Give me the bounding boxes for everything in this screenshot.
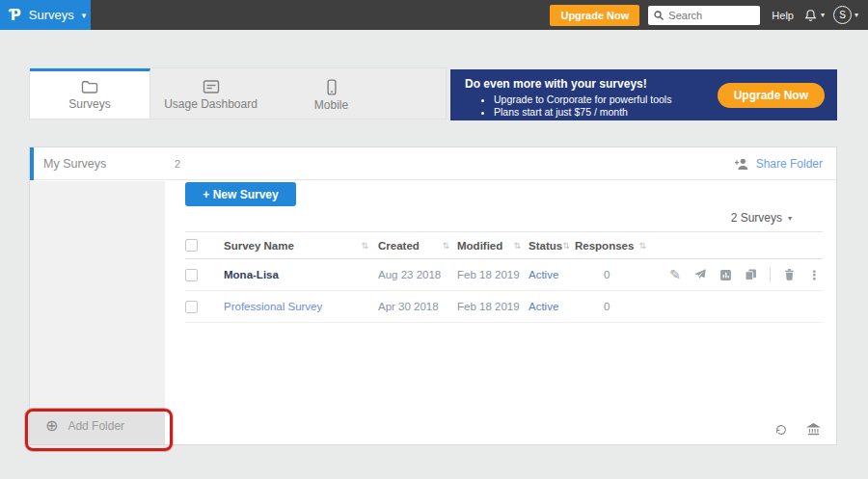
banner-upgrade-button[interactable]: Upgrade Now	[718, 83, 825, 108]
notifications-menu[interactable]: ▾	[803, 8, 825, 23]
created-date: Apr 30 2018	[378, 301, 439, 312]
folder-icon	[81, 79, 98, 94]
chevron-down-icon: ▾	[788, 214, 792, 223]
restore-icon[interactable]	[773, 423, 789, 437]
sidebar-item-my-surveys[interactable]: My Surveys	[43, 147, 106, 180]
select-all-checkbox[interactable]	[185, 239, 198, 252]
trash-icon-svg	[783, 268, 796, 281]
account-menu[interactable]: S ▾	[833, 6, 858, 24]
dashboard-icon	[203, 79, 220, 94]
surveys-content: + New Survey 2 Surveys ▾ Survey Name ⇅ C…	[165, 181, 836, 444]
table-header-row: Survey Name ⇅ Created ⇅ Modified ⇅ Statu…	[185, 231, 823, 259]
top-bar: Ƥ Surveys ▾ Upgrade Now Help ▾ S ▾	[0, 0, 868, 30]
send-icon[interactable]	[693, 268, 707, 281]
sort-icon[interactable]: ⇅	[562, 241, 570, 251]
modified-date: Feb 18 2019	[457, 269, 520, 280]
tab-usage-dashboard[interactable]: Usage Dashboard	[150, 68, 271, 119]
sort-icon[interactable]: ⇅	[361, 241, 368, 251]
bank-icon-svg	[806, 422, 821, 437]
survey-name-link[interactable]: Professional Survey	[224, 301, 322, 312]
survey-name-link[interactable]: Mona-Lisa	[224, 269, 279, 280]
folders-sidebar: ⊕ Add Folder	[30, 181, 165, 444]
row-checkbox[interactable]	[185, 269, 198, 281]
tab-label: Surveys	[68, 97, 110, 111]
more-options-icon[interactable]: ⋮	[808, 268, 821, 282]
share-person-icon	[734, 157, 749, 171]
table-row: Mona-Lisa Aug 23 2018 Feb 18 2019 Active…	[185, 259, 823, 291]
actions-divider	[770, 267, 771, 282]
add-folder-button[interactable]: ⊕ Add Folder	[30, 408, 165, 444]
help-link[interactable]: Help	[772, 10, 794, 21]
row-checkbox[interactable]	[185, 301, 198, 313]
surveys-panel: My Surveys 2 Share Folder ⊕ Add Folder +…	[29, 146, 837, 445]
share-folder-button[interactable]: Share Folder	[734, 147, 823, 180]
add-folder-label: Add Folder	[68, 419, 124, 433]
column-header-responses: Responses	[575, 240, 634, 252]
copy-icon-svg	[745, 268, 757, 281]
app-menu-label: Surveys	[29, 8, 74, 22]
responses-count: 0	[575, 301, 610, 312]
sort-icon[interactable]: ⇅	[442, 241, 449, 251]
row-actions: ✎ ⋮	[652, 267, 823, 282]
search-icon	[653, 10, 665, 21]
copy-icon[interactable]	[745, 268, 757, 281]
panel-header: My Surveys 2 Share Folder	[30, 147, 836, 180]
folder-count-badge: 2	[175, 147, 180, 180]
chevron-down-icon: ▾	[821, 11, 825, 19]
tab-label: Mobile	[314, 98, 348, 112]
report-icon-svg	[719, 269, 732, 281]
bell-icon	[803, 8, 818, 23]
column-header-survey-name: Survey Name	[224, 240, 294, 252]
new-survey-button[interactable]: + New Survey	[185, 182, 296, 206]
brand-logo: Ƥ	[10, 7, 21, 24]
search-input[interactable]	[648, 6, 760, 25]
share-folder-label: Share Folder	[756, 157, 823, 171]
chevron-down-icon: ▾	[82, 11, 87, 20]
report-icon[interactable]	[719, 269, 732, 281]
active-folder-indicator	[30, 147, 34, 180]
status-link[interactable]: Active	[529, 301, 558, 312]
module-tabs: Surveys Usage Dashboard Mobile	[29, 67, 447, 120]
tab-label: Usage Dashboard	[164, 97, 258, 111]
status-link[interactable]: Active	[529, 269, 558, 280]
column-header-modified: Modified	[457, 240, 502, 252]
edit-icon[interactable]: ✎	[669, 267, 681, 282]
topbar-right-cluster: Upgrade Now Help ▾ S ▾	[550, 5, 868, 26]
column-header-created: Created	[378, 240, 420, 252]
promo-banner: Do even more with your surveys! Upgrade …	[450, 69, 837, 120]
search-box	[648, 6, 760, 25]
avatar: S	[833, 6, 852, 24]
tab-mobile[interactable]: Mobile	[271, 68, 392, 119]
modified-date: Feb 18 2019	[457, 301, 520, 312]
restore-icon-svg	[773, 423, 789, 437]
survey-count-dropdown[interactable]: 2 Surveys ▾	[731, 211, 792, 225]
tab-surveys[interactable]: Surveys	[30, 68, 150, 119]
panel-footer-icons	[773, 422, 821, 437]
surveys-table: Survey Name ⇅ Created ⇅ Modified ⇅ Statu…	[185, 231, 823, 323]
app-menu[interactable]: Ƥ Surveys ▾	[0, 0, 91, 30]
sort-icon[interactable]: ⇅	[513, 241, 521, 251]
survey-count-label: 2 Surveys	[731, 211, 782, 225]
responses-count: 0	[575, 269, 610, 280]
table-row: Professional Survey Apr 30 2018 Feb 18 2…	[185, 291, 823, 323]
delete-icon[interactable]	[783, 268, 796, 281]
circle-plus-icon: ⊕	[45, 418, 58, 434]
chevron-down-icon: ▾	[854, 11, 858, 19]
archive-bank-icon[interactable]	[806, 422, 821, 437]
mobile-icon	[326, 79, 338, 95]
upgrade-now-button[interactable]: Upgrade Now	[550, 5, 639, 26]
column-header-status: Status	[529, 240, 562, 252]
sort-icon[interactable]: ⇅	[638, 241, 646, 251]
created-date: Aug 23 2018	[378, 269, 441, 280]
